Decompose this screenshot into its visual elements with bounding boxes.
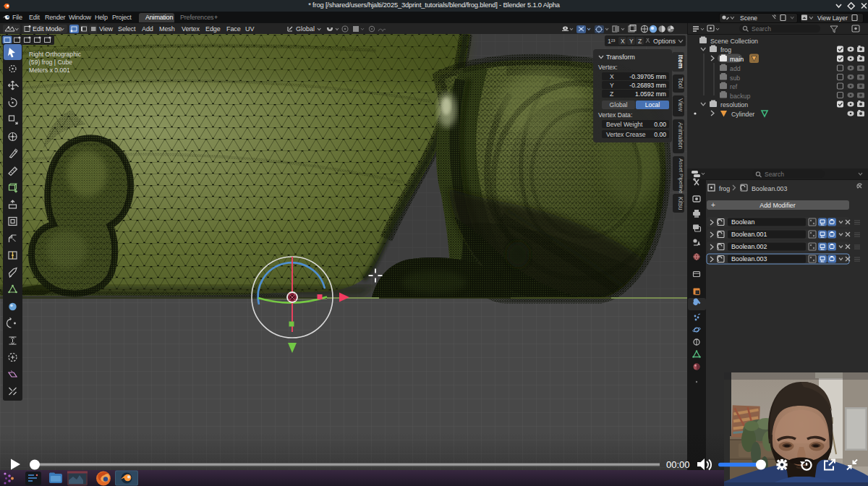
svg-text:Tool: Tool xyxy=(677,77,684,89)
svg-text:Scene Collection: Scene Collection xyxy=(710,38,758,45)
svg-text:Asset Pipeline: Asset Pipeline xyxy=(678,158,684,193)
svg-text:Z: Z xyxy=(610,90,613,98)
svg-text:Search: Search xyxy=(765,171,784,178)
svg-text:Add Modifier: Add Modifier xyxy=(760,202,795,209)
svg-text:Boolean: Boolean xyxy=(731,218,754,226)
svg-text:Boolean.001: Boolean.001 xyxy=(731,231,767,238)
svg-text:Item: Item xyxy=(677,55,684,69)
svg-text:Vertex Crease: Vertex Crease xyxy=(606,131,646,138)
svg-text:Edit Mode: Edit Mode xyxy=(33,25,62,33)
svg-text:Cylinder: Cylinder xyxy=(731,111,754,118)
svg-text:X: X xyxy=(610,73,614,80)
svg-text:Local: Local xyxy=(645,101,660,108)
svg-text:Options: Options xyxy=(653,38,676,45)
svg-text:Boolean.003: Boolean.003 xyxy=(731,255,767,263)
svg-text:View Layer: View Layer xyxy=(817,14,848,22)
svg-text:backup: backup xyxy=(730,93,750,100)
svg-text:sub: sub xyxy=(730,74,740,82)
svg-text:add: add xyxy=(730,65,741,72)
svg-text:1²³: 1²³ xyxy=(608,38,616,45)
svg-text:Y: Y xyxy=(610,82,614,89)
svg-text:Meters x 0.001: Meters x 0.001 xyxy=(29,67,70,74)
svg-text:Scene: Scene xyxy=(740,14,757,22)
svg-text:Global: Global xyxy=(610,101,628,108)
svg-text:Transform: Transform xyxy=(606,54,635,61)
svg-text:Search: Search xyxy=(752,25,771,33)
svg-text:Bevel Weight: Bevel Weight xyxy=(606,121,643,128)
svg-text:Boolean.002: Boolean.002 xyxy=(731,243,767,250)
svg-text:Z: Z xyxy=(638,38,642,45)
svg-text:frog: frog xyxy=(719,185,730,192)
svg-text:-0.26893 mm: -0.26893 mm xyxy=(629,82,666,89)
svg-text:main: main xyxy=(730,56,744,63)
svg-text:00:00: 00:00 xyxy=(666,459,690,470)
svg-text:Right Orthographic: Right Orthographic xyxy=(29,51,82,58)
svg-text:Vertex Data:: Vertex Data: xyxy=(598,111,632,119)
svg-text:Global: Global xyxy=(296,25,315,33)
svg-text:frog: frog xyxy=(720,46,731,54)
svg-text:0.00: 0.00 xyxy=(654,121,666,128)
svg-text:Y: Y xyxy=(629,38,634,45)
svg-text:-0.39705 mm: -0.39705 mm xyxy=(629,73,666,80)
svg-text:resolution: resolution xyxy=(720,101,748,108)
svg-text:X: X xyxy=(621,38,625,45)
svg-text:Vertex:: Vertex: xyxy=(598,64,618,71)
svg-text:+: + xyxy=(711,201,715,209)
svg-text:ref: ref xyxy=(730,83,738,90)
svg-text:(59) frog | Cube: (59) frog | Cube xyxy=(29,59,72,66)
svg-text:View: View xyxy=(677,98,684,112)
svg-text:1.0592 mm: 1.0592 mm xyxy=(635,90,666,98)
svg-text:Boolean.003: Boolean.003 xyxy=(752,185,788,192)
svg-text:Animation: Animation xyxy=(677,122,684,150)
svg-text:0.00: 0.00 xyxy=(654,131,666,138)
svg-text:Kitsu: Kitsu xyxy=(677,197,684,210)
